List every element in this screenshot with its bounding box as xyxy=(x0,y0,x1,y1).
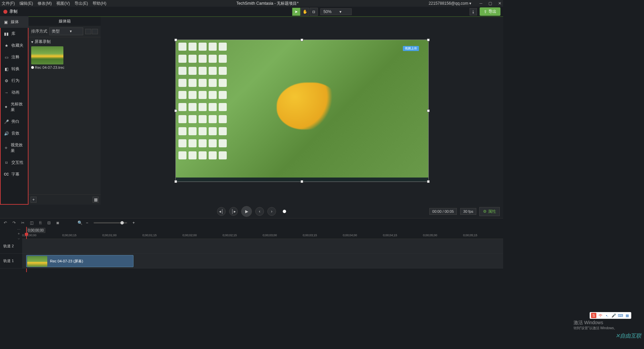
record-icon xyxy=(3,10,7,14)
media-panel: 媒体箱 排序方式 类型 ▾ ▾ 屏幕录制 Rec 04-07-23.trec +… xyxy=(29,17,101,205)
pan-tool[interactable]: ✋ xyxy=(301,8,309,16)
sidebar-label: 字幕 xyxy=(11,171,19,177)
next-frame-button[interactable]: › xyxy=(267,207,276,216)
zoom-out-button[interactable]: − xyxy=(86,220,88,225)
view-list-button[interactable] xyxy=(85,29,91,34)
properties-button[interactable]: ⚙ 属性 xyxy=(479,207,500,216)
menu-modify[interactable]: 修改(M) xyxy=(38,1,52,6)
play-button[interactable]: ▶ xyxy=(241,206,252,217)
sidebar-item-cursor-effects[interactable]: ✦ 光标效果 xyxy=(1,98,28,116)
sidebar-label: 转换 xyxy=(11,66,19,72)
record-dot-icon xyxy=(31,66,34,69)
menu-edit[interactable]: 编辑(E) xyxy=(19,1,33,6)
transition-icon: ◧ xyxy=(4,67,9,71)
paste-button[interactable]: ⎘ xyxy=(38,220,43,226)
add-media-button[interactable]: + xyxy=(31,197,37,203)
prev-frame-button[interactable]: ◂│ xyxy=(217,207,226,216)
menu-view[interactable]: 视图(V) xyxy=(56,1,70,6)
track-content[interactable] xyxy=(22,239,503,253)
clip-thumbnail xyxy=(27,256,47,267)
cut-button[interactable]: ✂ xyxy=(20,220,25,226)
menu-help[interactable]: 帮助(H) xyxy=(93,1,106,6)
sidebar-item-visual-effects[interactable]: ✧ 视觉效果 xyxy=(1,139,28,157)
canvas-frame[interactable]: 视频上传 xyxy=(175,40,429,182)
canvas-area[interactable]: 视频上传 xyxy=(101,17,503,205)
account-menu[interactable]: 2215788156@qq.com ▾ xyxy=(429,1,472,6)
resize-handle-br[interactable] xyxy=(427,180,430,183)
split-button[interactable]: ⊟ xyxy=(46,220,52,226)
media-thumbnail xyxy=(31,46,63,64)
download-button[interactable]: ⭳ xyxy=(470,8,477,15)
resize-handle-tl[interactable] xyxy=(174,39,177,41)
timeline-clip[interactable]: Rec 04-07-23 (屏幕) xyxy=(26,255,133,267)
timeline-ruler[interactable]: 0;00;00;000;00;00;150;00;01;000;00;01;15… xyxy=(22,233,503,239)
record-button[interactable]: 录制 xyxy=(0,9,21,14)
preview-badge: 视频上传 xyxy=(403,46,419,51)
resize-handle-mr[interactable] xyxy=(427,109,430,112)
close-icon[interactable]: ✕ xyxy=(498,1,501,6)
ruler-tick: 0;00;02;15 xyxy=(223,234,237,237)
sidebar-label: 光标效果 xyxy=(11,101,24,113)
timeline-zoom-slider[interactable] xyxy=(94,222,127,223)
sidebar-label: 收藏夹 xyxy=(11,43,23,48)
panel-grid-button[interactable]: ▦ xyxy=(93,197,99,203)
sort-select[interactable]: 类型 ▾ xyxy=(49,28,83,35)
playhead-timecode: 0;00;00;00 xyxy=(26,228,45,233)
sidebar-item-transitions[interactable]: ◧ 转换 xyxy=(1,63,28,75)
undo-button[interactable]: ↶ xyxy=(3,220,8,226)
share-icon: ⇪ xyxy=(484,9,487,14)
playback-bar: ◂│ │▸ ▶ ‹ › 00:00 / 00:05 30 fps ⚙ 属性 xyxy=(0,205,503,218)
redo-button[interactable]: ↷ xyxy=(11,220,17,226)
snapshot-button[interactable]: ◙ xyxy=(55,220,60,226)
track-content[interactable]: Rec 04-07-23 (屏幕) xyxy=(22,254,503,268)
ruler-tick: 0;00;04;00 xyxy=(343,234,357,237)
speaker-icon: 🔊 xyxy=(4,131,9,136)
track-1[interactable]: 轨道 1 Rec 04-07-23 (屏幕) xyxy=(0,254,503,268)
view-grid-button[interactable] xyxy=(92,29,98,34)
sidebar-item-audio-effects[interactable]: 🔊 音效 xyxy=(1,128,28,139)
sidebar-label: 库 xyxy=(11,31,15,37)
resize-handle-ml[interactable] xyxy=(174,109,177,112)
media-icon: ▣ xyxy=(3,20,8,24)
group-label: 屏幕录制 xyxy=(35,39,51,45)
menu-file[interactable]: 文件(F) xyxy=(2,1,15,6)
crop-tool[interactable]: ◘ xyxy=(310,8,318,16)
menu-bar: 文件(F) 编辑(E) 修改(M) 视图(V) 导出(E) 帮助(H) xyxy=(2,1,106,6)
sidebar-item-annotations[interactable]: ▭ 注释 xyxy=(1,51,28,63)
track-settings-button[interactable]: ⋯ xyxy=(17,228,21,231)
track-label: 轨道 2 xyxy=(0,244,22,249)
record-label: 录制 xyxy=(9,9,17,14)
media-group-header[interactable]: ▾ 屏幕录制 xyxy=(29,37,101,46)
sidebar-item-captions[interactable]: CC 字幕 xyxy=(1,168,28,180)
gear-icon: ⚙ xyxy=(483,209,487,214)
animation-icon: → xyxy=(4,90,9,95)
step-back-button[interactable]: │▸ xyxy=(229,207,238,216)
sidebar-item-library[interactable]: ▮▮ 库 xyxy=(1,28,28,40)
resize-handle-tr[interactable] xyxy=(427,39,430,41)
sidebar-item-animations[interactable]: → 动画 xyxy=(1,87,28,98)
copy-button[interactable]: ◫ xyxy=(29,220,34,226)
sidebar-item-behaviors[interactable]: ⚙ 行为 xyxy=(1,75,28,87)
sidebar-label: 音效 xyxy=(11,131,19,136)
ruler-tick: 0;00;00;15 xyxy=(62,234,77,237)
menu-export[interactable]: 导出(E) xyxy=(74,1,88,6)
sidebar-item-favorites[interactable]: ★ 收藏夹 xyxy=(1,40,28,51)
media-item[interactable]: Rec 04-07-23.trec xyxy=(29,46,101,70)
zoom-in-button[interactable]: + xyxy=(132,220,135,225)
sidebar-item-media[interactable]: ▣ 媒体 xyxy=(0,16,29,28)
canvas-zoom-select[interactable]: 50% ▾ xyxy=(320,8,352,15)
sidebar-label: 行为 xyxy=(11,78,19,84)
select-tool[interactable]: ➤ xyxy=(292,8,300,16)
minimize-icon[interactable]: ─ xyxy=(479,1,482,6)
sidebar-item-interactivity[interactable]: ⌑ 交互性 xyxy=(1,157,28,168)
export-button[interactable]: ⇪ 导出 xyxy=(480,7,500,16)
resize-handle-tc[interactable] xyxy=(301,39,303,41)
marker-indicator[interactable] xyxy=(283,210,286,213)
resize-handle-bc[interactable] xyxy=(301,180,303,183)
track-2[interactable]: 轨道 2 xyxy=(0,239,503,254)
resize-handle-bl[interactable] xyxy=(174,180,177,183)
sidebar-item-narration[interactable]: 🎤 旁白 xyxy=(1,116,28,128)
step-forward-button[interactable]: ‹ xyxy=(255,207,264,216)
maximize-icon[interactable]: ▢ xyxy=(488,1,492,6)
add-track-button[interactable]: + xyxy=(17,232,21,236)
